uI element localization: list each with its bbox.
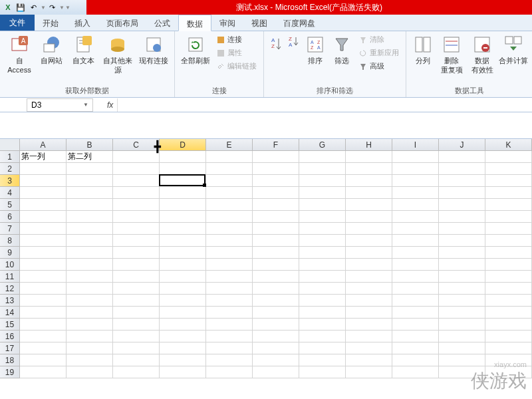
cell-B16[interactable] xyxy=(66,331,113,342)
fx-icon[interactable]: fx xyxy=(103,100,117,110)
cell-E5[interactable] xyxy=(206,199,253,211)
cell-E17[interactable] xyxy=(206,342,253,354)
cell-F6[interactable] xyxy=(253,211,299,223)
cell-G2[interactable] xyxy=(299,163,346,175)
cell-D3[interactable] xyxy=(160,175,206,187)
col-header-I[interactable]: I xyxy=(392,139,439,151)
cell-E13[interactable] xyxy=(206,295,253,307)
cell-C12[interactable] xyxy=(113,283,160,295)
cell-A2[interactable] xyxy=(20,163,66,175)
cell-F12[interactable] xyxy=(253,283,299,295)
cell-G16[interactable] xyxy=(299,331,346,342)
cell-I11[interactable] xyxy=(392,271,439,283)
cell-F11[interactable] xyxy=(253,271,299,283)
cell-B14[interactable] xyxy=(66,307,113,319)
formula-input[interactable] xyxy=(117,98,532,112)
row-header-8[interactable]: 8 xyxy=(0,235,20,247)
cell-J15[interactable] xyxy=(439,319,485,331)
cell-C19[interactable] xyxy=(113,366,160,378)
cell-D4[interactable] xyxy=(160,187,206,199)
data-validation-button[interactable]: 数据 有效性 xyxy=(467,33,497,76)
cell-H17[interactable] xyxy=(346,342,392,354)
tab-review[interactable]: 审阅 xyxy=(211,15,243,31)
cell-D14[interactable] xyxy=(160,307,206,319)
row-header-5[interactable]: 5 xyxy=(0,199,20,211)
cell-B13[interactable] xyxy=(66,295,113,307)
cell-D18[interactable] xyxy=(160,354,206,366)
cell-H9[interactable] xyxy=(346,247,392,259)
cell-F5[interactable] xyxy=(253,199,299,211)
cell-I13[interactable] xyxy=(392,295,439,307)
cell-C14[interactable] xyxy=(113,307,160,319)
cell-E15[interactable] xyxy=(206,319,253,331)
row-header-3[interactable]: 3 xyxy=(0,175,20,187)
row-header-4[interactable]: 4 xyxy=(0,187,20,199)
cell-H2[interactable] xyxy=(346,163,392,175)
cell-K13[interactable] xyxy=(485,295,532,307)
cell-A13[interactable] xyxy=(20,295,66,307)
cell-B5[interactable] xyxy=(66,199,113,211)
cell-A7[interactable] xyxy=(20,223,66,235)
cell-A18[interactable] xyxy=(20,354,66,366)
cell-D9[interactable] xyxy=(160,247,206,259)
cell-C8[interactable] xyxy=(113,235,160,247)
cell-K1[interactable] xyxy=(485,151,532,163)
cell-C18[interactable] xyxy=(113,354,160,366)
cell-J6[interactable] xyxy=(439,211,485,223)
save-icon[interactable]: 💾 xyxy=(15,2,26,13)
cell-H19[interactable] xyxy=(346,366,392,378)
cell-F18[interactable] xyxy=(253,354,299,366)
cell-E11[interactable] xyxy=(206,271,253,283)
cell-C9[interactable] xyxy=(113,247,160,259)
cell-C15[interactable] xyxy=(113,319,160,331)
col-header-C[interactable]: C xyxy=(113,139,160,151)
cell-H13[interactable] xyxy=(346,295,392,307)
cell-J16[interactable] xyxy=(439,331,485,342)
cell-K2[interactable] xyxy=(485,163,532,175)
cell-J10[interactable] xyxy=(439,259,485,271)
sort-button[interactable]: AZZA排序 xyxy=(303,33,328,66)
cell-J4[interactable] xyxy=(439,187,485,199)
cell-E6[interactable] xyxy=(206,211,253,223)
cell-J17[interactable] xyxy=(439,342,485,354)
cell-I3[interactable] xyxy=(392,175,439,187)
cell-K10[interactable] xyxy=(485,259,532,271)
tab-data[interactable]: 数据 xyxy=(178,15,211,31)
cell-J9[interactable] xyxy=(439,247,485,259)
cell-H15[interactable] xyxy=(346,319,392,331)
cell-H7[interactable] xyxy=(346,223,392,235)
row-header-1[interactable]: 1 xyxy=(0,151,20,163)
cell-E4[interactable] xyxy=(206,187,253,199)
cell-I6[interactable] xyxy=(392,211,439,223)
cell-H8[interactable] xyxy=(346,235,392,247)
col-header-B[interactable]: B xyxy=(66,139,113,151)
tab-formula[interactable]: 公式 xyxy=(146,15,178,31)
cell-B18[interactable] xyxy=(66,354,113,366)
tab-insert[interactable]: 插入 xyxy=(66,15,98,31)
row-header-9[interactable]: 9 xyxy=(0,247,20,259)
cell-K15[interactable] xyxy=(485,319,532,331)
cell-D5[interactable] xyxy=(160,199,206,211)
cell-B10[interactable] xyxy=(66,259,113,271)
cell-G13[interactable] xyxy=(299,295,346,307)
cell-J14[interactable] xyxy=(439,307,485,319)
cell-B1[interactable]: 第二列 xyxy=(66,151,113,163)
cell-F13[interactable] xyxy=(253,295,299,307)
cell-F8[interactable] xyxy=(253,235,299,247)
cell-A1[interactable]: 第一列 xyxy=(20,151,66,163)
cell-F14[interactable] xyxy=(253,307,299,319)
row-header-13[interactable]: 13 xyxy=(0,295,20,307)
cell-G11[interactable] xyxy=(299,271,346,283)
cell-G5[interactable] xyxy=(299,199,346,211)
from-text-button[interactable]: 自文本 xyxy=(68,33,98,66)
cell-K4[interactable] xyxy=(485,187,532,199)
cell-G1[interactable] xyxy=(299,151,346,163)
cell-H11[interactable] xyxy=(346,271,392,283)
cell-B8[interactable] xyxy=(66,235,113,247)
cell-G6[interactable] xyxy=(299,211,346,223)
col-header-J[interactable]: J xyxy=(439,139,485,151)
cell-I5[interactable] xyxy=(392,199,439,211)
text-to-cols-button[interactable]: 分列 xyxy=(410,33,436,66)
cell-C10[interactable] xyxy=(113,259,160,271)
cell-F9[interactable] xyxy=(253,247,299,259)
